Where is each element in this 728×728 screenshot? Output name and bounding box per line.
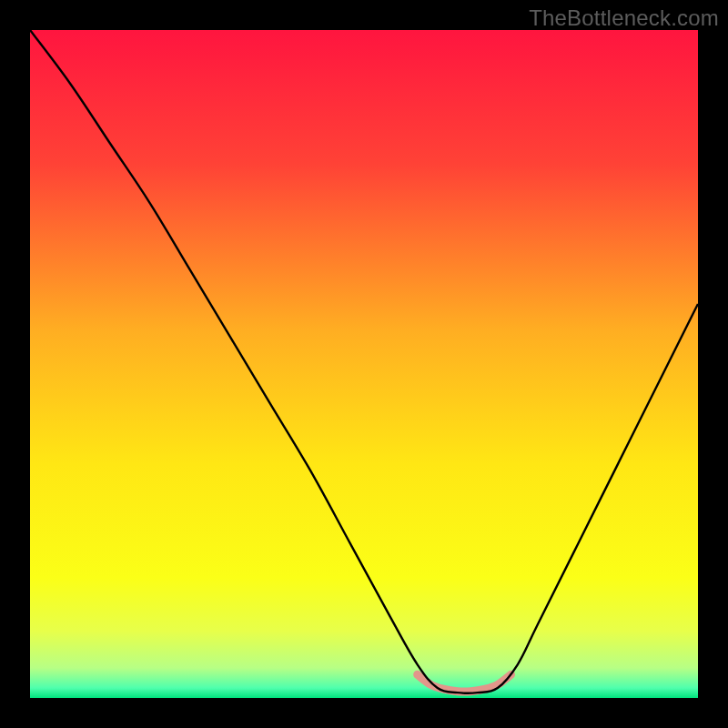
chart-frame: [30, 30, 698, 698]
gradient-fill: [30, 30, 698, 698]
watermark-text: TheBottleneck.com: [529, 5, 719, 31]
bottleneck-chart: [30, 30, 698, 698]
